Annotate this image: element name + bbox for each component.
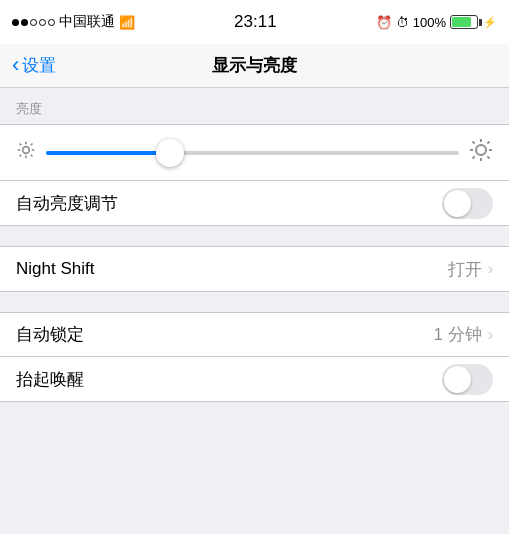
sun-large-icon bbox=[469, 138, 493, 168]
brightness-slider-thumb[interactable] bbox=[156, 139, 184, 167]
auto-brightness-toggle-thumb bbox=[444, 190, 471, 217]
brightness-slider-track[interactable] bbox=[46, 151, 459, 155]
brightness-slider-row[interactable] bbox=[0, 125, 509, 181]
auto-lock-row[interactable]: 自动锁定 1 分钟 › bbox=[0, 313, 509, 357]
carrier-label: 中国联通 bbox=[59, 13, 115, 31]
night-shift-row[interactable]: Night Shift 打开 › bbox=[0, 247, 509, 291]
auto-brightness-label: 自动亮度调节 bbox=[16, 192, 442, 215]
svg-line-7 bbox=[31, 144, 33, 146]
signal-dot-4 bbox=[39, 19, 46, 26]
svg-line-6 bbox=[31, 155, 33, 157]
battery-percent: 100% bbox=[413, 15, 446, 30]
raise-to-wake-row[interactable]: 抬起唤醒 bbox=[0, 357, 509, 401]
brightness-group: 自动亮度调节 bbox=[0, 124, 509, 226]
night-shift-chevron-icon: › bbox=[488, 260, 493, 278]
auto-brightness-row[interactable]: 自动亮度调节 bbox=[0, 181, 509, 225]
signal-dot-1 bbox=[12, 19, 19, 26]
battery-body bbox=[450, 15, 478, 29]
svg-line-17 bbox=[473, 156, 475, 158]
signal-dot-3 bbox=[30, 19, 37, 26]
alarm-icon: ⏰ bbox=[376, 15, 392, 30]
brightness-section-label: 亮度 bbox=[0, 88, 509, 124]
night-shift-label: Night Shift bbox=[16, 259, 448, 279]
back-label: 设置 bbox=[22, 54, 56, 77]
battery-icon: ⚡ bbox=[450, 15, 497, 29]
svg-line-16 bbox=[487, 141, 489, 143]
raise-to-wake-label: 抬起唤醒 bbox=[16, 368, 442, 391]
svg-point-9 bbox=[476, 145, 486, 155]
night-shift-group: Night Shift 打开 › bbox=[0, 246, 509, 292]
svg-line-5 bbox=[20, 144, 22, 146]
auto-lock-label: 自动锁定 bbox=[16, 323, 433, 346]
back-chevron-icon: ‹ bbox=[12, 54, 19, 76]
svg-point-0 bbox=[23, 147, 30, 154]
timer-icon: ⏱ bbox=[396, 15, 409, 30]
status-bar: 中国联通 📶 23:11 ⏰ ⏱ 100% ⚡ bbox=[0, 0, 509, 44]
page-title: 显示与亮度 bbox=[212, 54, 297, 77]
svg-line-15 bbox=[487, 156, 489, 158]
battery-tip bbox=[479, 19, 482, 26]
night-shift-value: 打开 bbox=[448, 258, 482, 281]
auto-lock-value: 1 分钟 bbox=[433, 323, 481, 346]
auto-lock-chevron-icon: › bbox=[488, 326, 493, 344]
raise-to-wake-toggle-thumb bbox=[444, 366, 471, 393]
raise-to-wake-toggle[interactable] bbox=[442, 364, 493, 395]
nav-bar: ‹ 设置 显示与亮度 bbox=[0, 44, 509, 88]
signal-dot-5 bbox=[48, 19, 55, 26]
status-left: 中国联通 📶 bbox=[12, 13, 135, 31]
status-right: ⏰ ⏱ 100% ⚡ bbox=[376, 15, 497, 30]
svg-line-8 bbox=[20, 155, 22, 157]
brightness-slider-fill bbox=[46, 151, 170, 155]
battery-fill bbox=[452, 17, 471, 27]
signal-dot-2 bbox=[21, 19, 28, 26]
back-button[interactable]: ‹ 设置 bbox=[12, 54, 56, 77]
lock-wake-group: 自动锁定 1 分钟 › 抬起唤醒 bbox=[0, 312, 509, 402]
wifi-icon: 📶 bbox=[119, 15, 135, 30]
sun-small-icon bbox=[16, 140, 36, 165]
status-time: 23:11 bbox=[234, 12, 277, 32]
auto-brightness-toggle[interactable] bbox=[442, 188, 493, 219]
signal-icon bbox=[12, 19, 55, 26]
charging-icon: ⚡ bbox=[483, 16, 497, 29]
svg-line-14 bbox=[473, 141, 475, 143]
